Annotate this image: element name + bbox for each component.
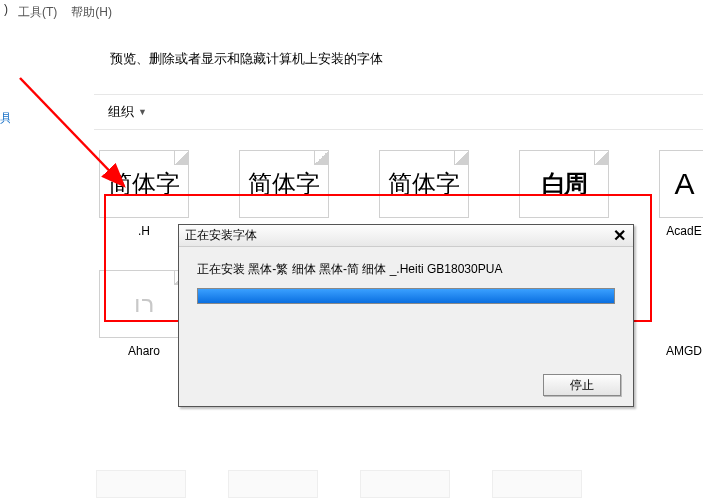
font-tile[interactable]: A AcadE [654,150,703,240]
progress-fill [198,289,614,303]
menu-paren: ) [4,2,8,23]
font-preview: 简体字 [239,150,329,218]
organize-label: 组织 [108,103,134,121]
font-preview: A [659,150,703,218]
stop-label: 停止 [570,377,594,394]
menu-help[interactable]: 帮助(H) [67,2,116,23]
organize-button[interactable]: 组织 ▼ [104,101,151,123]
dialog-actions: 停止 [179,374,633,406]
font-preview: 简体字 [379,150,469,218]
font-preview: רו [99,270,189,338]
dialog-titlebar[interactable]: 正在安装字体 ✕ [179,225,633,247]
stop-button[interactable]: 停止 [543,374,621,396]
placeholder-tile [492,470,582,498]
placeholder-tile [96,470,186,498]
leftpane-fragment: 具 [0,110,10,130]
close-icon: ✕ [613,226,626,245]
menu-tools[interactable]: 工具(T) [14,2,61,23]
page-description: 预览、删除或者显示和隐藏计算机上安装的字体 [110,50,703,68]
dialog-message: 正在安装 黑体-繁 细体 黑体-简 细体 _.Heiti GB18030PUA [197,261,615,278]
dialog-body: 正在安装 黑体-繁 细体 黑体-简 细体 _.Heiti GB18030PUA [179,247,633,374]
toolbar: 组织 ▼ [94,94,703,130]
progress-bar [197,288,615,304]
menu-bar: ) 工具(T) 帮助(H) [0,0,703,25]
font-tile[interactable]: AMGD [654,270,703,360]
font-label: AcadE [666,224,701,240]
install-font-dialog: 正在安装字体 ✕ 正在安装 黑体-繁 细体 黑体-简 细体 _.Heiti GB… [178,224,634,407]
font-preview: 简体字 [99,150,189,218]
placeholder-tile [228,470,318,498]
placeholder-tile [360,470,450,498]
font-label: Aharo [128,344,160,360]
close-button[interactable]: ✕ [605,225,633,247]
dialog-title: 正在安装字体 [185,227,257,244]
font-label: .H [138,224,150,240]
faded-tiles [96,470,582,498]
chevron-down-icon: ▼ [138,107,147,117]
font-preview: 白周 [519,150,609,218]
font-label: AMGD [666,344,702,360]
